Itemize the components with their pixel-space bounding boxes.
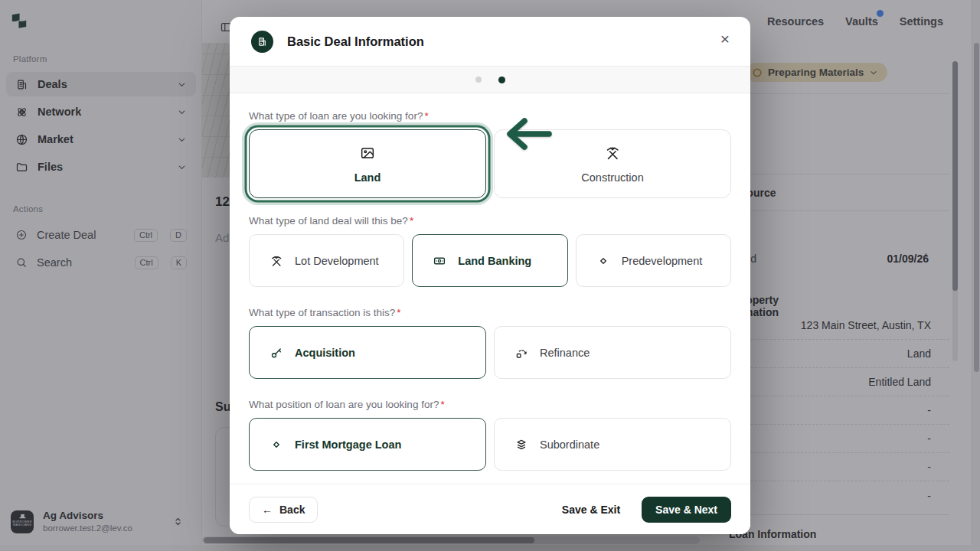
deal-building-icon bbox=[251, 31, 273, 53]
save-and-exit-button[interactable]: Save & Exit bbox=[551, 504, 631, 516]
option-label: Predevelopment bbox=[622, 255, 703, 267]
question-label: What type of land deal will this be?* bbox=[249, 215, 731, 227]
option-card-subordinate[interactable]: Subordinate bbox=[494, 418, 731, 471]
required-asterisk: * bbox=[440, 399, 444, 410]
option-card-land[interactable]: Land bbox=[249, 129, 486, 198]
option-row: Lot Development Land Banking bbox=[249, 234, 731, 287]
tools-icon bbox=[604, 145, 621, 161]
tools-icon bbox=[270, 254, 283, 268]
option-label: Construction bbox=[581, 171, 643, 184]
question-label: What type of transaction is this?* bbox=[249, 307, 731, 318]
banknote-icon bbox=[433, 254, 446, 268]
image-icon bbox=[359, 145, 376, 161]
diamond-icon bbox=[596, 254, 610, 268]
required-asterisk: * bbox=[424, 110, 428, 122]
option-card-refinance[interactable]: Refinance bbox=[494, 326, 731, 379]
required-asterisk: * bbox=[397, 307, 400, 318]
save-and-next-button[interactable]: Save & Next bbox=[642, 497, 731, 523]
option-card-land-banking[interactable]: Land Banking bbox=[412, 234, 567, 287]
basic-deal-information-modal: Basic Deal Information × What type of lo… bbox=[230, 17, 750, 534]
step-indicator bbox=[230, 66, 750, 93]
option-row: First Mortgage Loan Subordinate bbox=[249, 418, 731, 471]
key-icon bbox=[270, 346, 283, 360]
required-asterisk: * bbox=[410, 215, 413, 227]
option-card-first-mortgage-loan[interactable]: First Mortgage Loan bbox=[249, 418, 486, 471]
option-label: Land bbox=[354, 171, 381, 184]
option-label: Refinance bbox=[540, 347, 590, 359]
option-label: Land Banking bbox=[458, 255, 531, 267]
modal-body: What type of loan are you looking for?* … bbox=[230, 93, 750, 471]
option-card-acquisition[interactable]: Acquisition bbox=[249, 326, 486, 379]
question-label: What type of loan are you looking for?* bbox=[249, 110, 731, 122]
layers-icon bbox=[514, 438, 528, 452]
app-window: Platform Deals bbox=[0, 0, 980, 551]
option-label: First Mortgage Loan bbox=[295, 439, 401, 451]
option-row: Acquisition Refinance bbox=[249, 326, 731, 379]
back-button[interactable]: ← Back bbox=[249, 497, 318, 523]
close-icon[interactable]: × bbox=[715, 29, 735, 49]
step-dot-active bbox=[498, 77, 505, 83]
modal-footer: ← Back Save & Exit Save & Next bbox=[230, 484, 750, 534]
option-card-lot-development[interactable]: Lot Development bbox=[249, 234, 404, 287]
question-label: What position of loan are you looking fo… bbox=[249, 399, 731, 410]
option-card-predevelopment[interactable]: Predevelopment bbox=[576, 234, 731, 287]
option-label: Subordinate bbox=[540, 439, 599, 451]
modal-title: Basic Deal Information bbox=[287, 34, 424, 49]
step-dot bbox=[475, 77, 482, 83]
option-row: Land Construction bbox=[249, 129, 731, 198]
modal-header: Basic Deal Information × bbox=[230, 17, 750, 66]
option-label: Lot Development bbox=[295, 255, 379, 267]
option-label: Acquisition bbox=[295, 347, 355, 359]
annotation-arrow-icon bbox=[500, 115, 555, 153]
arrow-left-icon: ← bbox=[262, 504, 273, 516]
refinance-icon bbox=[514, 346, 528, 360]
diamond-icon bbox=[270, 438, 283, 452]
